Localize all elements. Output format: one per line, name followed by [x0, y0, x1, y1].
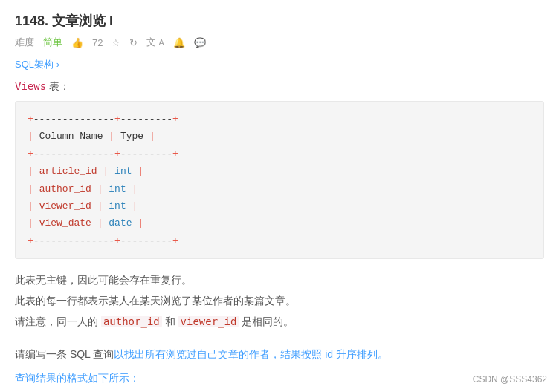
table-row-article-id: | article_id | int | [28, 163, 531, 180]
difficulty-label: 难度 [15, 36, 34, 49]
translate-icon[interactable]: 文A [146, 36, 164, 49]
result-label: 查询结果的格式如下所示： [15, 372, 544, 385]
table-row-view-date: | view_date | date | [28, 215, 531, 232]
table-header: | Column Name | Type | [28, 128, 531, 145]
desc-line-1: 此表无主键，因此可能会存在重复行。 [15, 270, 544, 290]
table-separator-top: +--------------+---------+ [28, 111, 531, 128]
table-label-text: 表： [49, 80, 70, 92]
bell-icon[interactable]: 🔔 [173, 37, 185, 48]
viewer-id-inline: viewer_id [178, 316, 239, 327]
schema-table: +--------------+---------+ | Column Name… [15, 101, 544, 259]
table-row-viewer-id: | viewer_id | int | [28, 197, 531, 215]
table-header-sep: +--------------+---------+ [28, 146, 531, 163]
desc-line-3: 请注意，同一人的 author_id 和 viewer_id 是相同的。 [15, 311, 544, 332]
question-text: 请编写一条 SQL 查询以找出所有浏览过自己文章的作者，结果按照 id 升序排列… [15, 344, 544, 365]
breadcrumb: SQL架构 › [15, 58, 544, 71]
star-icon[interactable]: ☆ [112, 37, 120, 48]
breadcrumb-item[interactable]: SQL架构 [15, 59, 54, 70]
likes-count: 72 [92, 37, 103, 48]
title: 1148. 文章浏览 I [15, 12, 544, 30]
desc-line-2: 此表的每一行都表示某人在某天浏览了某位作者的某篇文章。 [15, 290, 544, 311]
likes-icon[interactable]: 👍 [71, 37, 83, 48]
section-label: Views 表： [15, 80, 544, 94]
description: 此表无主键，因此可能会存在重复行。 此表的每一行都表示某人在某天浏览了某位作者的… [15, 270, 544, 332]
table-separator-bottom: +--------------+---------+ [28, 232, 531, 249]
difficulty-level: 简单 [43, 36, 62, 49]
breadcrumb-separator: › [56, 59, 59, 70]
table-row-author-id: | author_id | int | [28, 180, 531, 197]
refresh-icon[interactable]: ↻ [129, 37, 138, 48]
table-label-views: Views [15, 80, 46, 92]
branding: CSDN @SSS4362 [473, 374, 547, 385]
query-link[interactable]: 以找出所有浏览过自己文章的作者，结果按照 id 升序排列。 [114, 348, 388, 360]
author-id-inline: author_id [101, 316, 162, 327]
chat-icon[interactable]: 💬 [194, 37, 206, 48]
